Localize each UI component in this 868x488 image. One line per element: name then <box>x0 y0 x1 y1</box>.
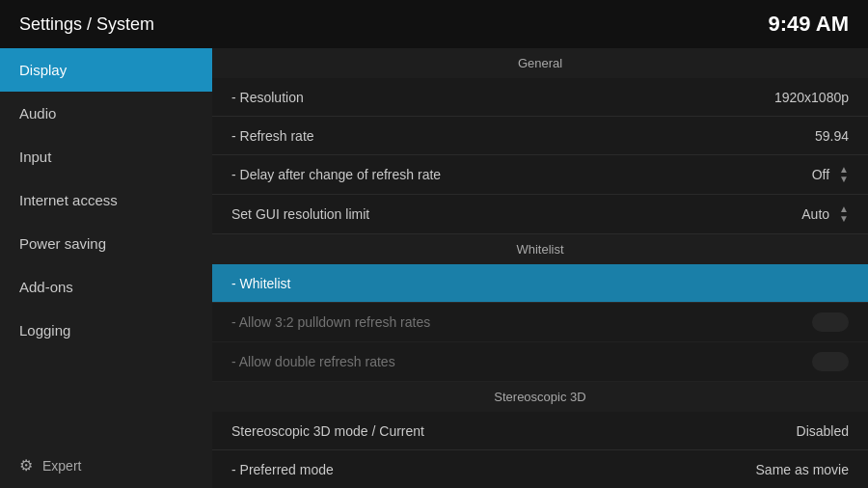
setting-refresh-rate-value: 59.94 <box>815 128 849 144</box>
setting-refresh-rate-label: - Refresh rate <box>231 128 314 144</box>
section-header-stereoscopic: Stereoscopic 3D <box>212 382 868 412</box>
setting-stereo-mode-label: Stereoscopic 3D mode / Current <box>231 423 424 439</box>
setting-whitelist-label: - Whitelist <box>231 276 290 291</box>
setting-delay-refresh-value: Off ▲ ▼ <box>812 165 849 184</box>
sidebar-item-power-saving[interactable]: Power saving <box>0 222 212 265</box>
setting-allow-double-refresh[interactable]: - Allow double refresh rates <box>212 342 868 382</box>
setting-gui-resolution-value: Auto ▲ ▼ <box>801 204 849 224</box>
setting-allow-32-label: - Allow 3:2 pulldown refresh rates <box>231 314 430 330</box>
setting-preferred-mode[interactable]: - Preferred mode Same as movie <box>212 450 868 488</box>
setting-whitelist[interactable]: - Whitelist <box>212 264 868 303</box>
toggle-allow-32[interactable] <box>812 312 849 332</box>
setting-refresh-rate[interactable]: - Refresh rate 59.94 <box>212 117 868 155</box>
setting-allow-32-pulldown[interactable]: - Allow 3:2 pulldown refresh rates <box>212 303 868 342</box>
setting-preferred-mode-label: - Preferred mode <box>231 462 334 477</box>
sidebar-item-logging[interactable]: Logging <box>0 309 212 352</box>
sidebar-item-audio[interactable]: Audio <box>0 92 212 135</box>
arrow-down-icon-2: ▼ <box>839 214 849 224</box>
sidebar: Display Audio Input Internet access Powe… <box>0 48 212 488</box>
setting-resolution-label: - Resolution <box>231 90 304 105</box>
setting-preferred-mode-value: Same as movie <box>756 462 849 477</box>
arrow-down-icon: ▼ <box>839 175 849 184</box>
sidebar-item-input[interactable]: Input <box>0 135 212 178</box>
setting-gui-resolution[interactable]: Set GUI resolution limit Auto ▲ ▼ <box>212 195 868 234</box>
sidebar-item-internet-access[interactable]: Internet access <box>0 178 212 222</box>
content-area: General - Resolution 1920x1080p - Refres… <box>212 48 868 488</box>
gear-icon: ⚙ <box>19 456 33 474</box>
toggle-allow-double[interactable] <box>812 352 849 371</box>
header: Settings / System 9:49 AM <box>0 0 868 48</box>
sidebar-items: Display Audio Input Internet access Powe… <box>0 48 212 352</box>
setting-resolution-value: 1920x1080p <box>774 90 849 105</box>
setting-stereo-mode[interactable]: Stereoscopic 3D mode / Current Disabled <box>212 412 868 450</box>
setting-gui-resolution-label: Set GUI resolution limit <box>231 206 369 222</box>
expert-button[interactable]: ⚙ Expert <box>0 443 212 488</box>
setting-delay-refresh[interactable]: - Delay after change of refresh rate Off… <box>212 155 868 195</box>
setting-stereo-mode-value: Disabled <box>797 423 849 439</box>
header-time: 9:49 AM <box>768 12 849 37</box>
setting-resolution[interactable]: - Resolution 1920x1080p <box>212 78 868 117</box>
sidebar-item-display[interactable]: Display <box>0 48 212 92</box>
delay-refresh-arrows: ▲ ▼ <box>839 165 849 184</box>
header-title: Settings / System <box>19 14 154 35</box>
setting-allow-double-label: - Allow double refresh rates <box>231 354 395 369</box>
section-header-general: General <box>212 48 868 78</box>
section-header-whitelist: Whitelist <box>212 234 868 264</box>
sidebar-item-add-ons[interactable]: Add-ons <box>0 265 212 309</box>
setting-delay-refresh-label: - Delay after change of refresh rate <box>231 167 441 182</box>
expert-label: Expert <box>42 458 81 474</box>
gui-resolution-arrows: ▲ ▼ <box>839 204 849 224</box>
main-layout: Display Audio Input Internet access Powe… <box>0 48 868 488</box>
